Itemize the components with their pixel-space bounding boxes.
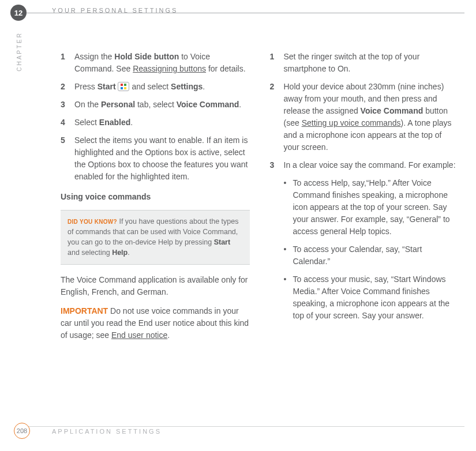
bold-text: Help bbox=[112, 249, 128, 257]
step-3: 3 In a clear voice say the command. For … bbox=[270, 159, 459, 171]
footer-rule bbox=[18, 426, 464, 427]
text: . bbox=[167, 330, 170, 340]
bullet-dot: • bbox=[284, 273, 293, 322]
step-1: 1 Set the ringer switch at the top of yo… bbox=[270, 51, 459, 75]
bullet-text: To access your music, say, “Start Window… bbox=[293, 273, 459, 322]
step-number: 3 bbox=[270, 159, 284, 171]
link-text: End user notice bbox=[111, 330, 167, 340]
left-column: 1 Assign the Hold Side button to Voice C… bbox=[61, 51, 250, 348]
text: . bbox=[203, 82, 205, 91]
bullet-2: • To access your Calendar, say, “Start C… bbox=[270, 243, 459, 268]
text: . bbox=[128, 249, 129, 257]
bullet-dot: • bbox=[284, 177, 293, 238]
chapter-label: CHAPTER bbox=[16, 32, 23, 72]
right-column: 1 Set the ringer switch at the top of yo… bbox=[270, 51, 459, 348]
footer-title: APPLICATION SETTINGS bbox=[52, 428, 162, 435]
step-5: 5 Select the items you want to enable. I… bbox=[61, 134, 250, 183]
step-text: Select the items you want to enable. If … bbox=[74, 134, 250, 183]
bold-text: Personal bbox=[101, 100, 135, 109]
svg-rect-0 bbox=[121, 84, 123, 86]
svg-rect-2 bbox=[121, 87, 123, 89]
bullet-dot: • bbox=[284, 243, 293, 268]
step-number: 3 bbox=[61, 99, 74, 111]
text: Select bbox=[74, 118, 99, 127]
step-number: 4 bbox=[61, 116, 74, 129]
step-text: Assign the Hold Side button to Voice Com… bbox=[74, 51, 250, 75]
step-2: 2 Hold your device about 230mm (nine inc… bbox=[270, 81, 459, 153]
bold-text: Settings bbox=[171, 82, 203, 91]
step-number: 2 bbox=[270, 81, 284, 153]
windows-start-icon bbox=[118, 82, 129, 91]
text: . bbox=[239, 100, 241, 109]
link-text: Reassigning buttons bbox=[133, 64, 206, 73]
header-rule bbox=[18, 13, 464, 13]
bold-text: Voice Command bbox=[177, 100, 239, 109]
step-2: 2 Press Start and select Settings. bbox=[61, 81, 250, 93]
subheading: Using voice commands bbox=[61, 191, 250, 203]
bullet-text: To access your Calendar, say, “Start Cal… bbox=[293, 243, 459, 268]
step-text: Set the ringer switch at the top of your… bbox=[284, 51, 459, 75]
bold-text: Voice Command bbox=[361, 106, 423, 115]
bold-text: Enabled bbox=[99, 118, 130, 127]
step-text: On the Personal tab, select Voice Comman… bbox=[74, 99, 250, 111]
bullet-3: • To access your music, say, “Start Wind… bbox=[270, 273, 459, 322]
svg-rect-1 bbox=[124, 84, 126, 86]
step-text: Hold your device about 230mm (nine inche… bbox=[284, 81, 459, 153]
bold-text: Start bbox=[98, 82, 116, 91]
step-number: 1 bbox=[270, 51, 284, 75]
important-paragraph: IMPORTANT Do not use voice commands in y… bbox=[61, 305, 250, 341]
step-3: 3 On the Personal tab, select Voice Comm… bbox=[61, 99, 250, 111]
step-text: Select Enabled. bbox=[74, 116, 250, 129]
tip-lead: DID YOU KNOW? bbox=[68, 219, 117, 225]
step-1: 1 Assign the Hold Side button to Voice C… bbox=[61, 51, 250, 75]
paragraph: The Voice Command application is availab… bbox=[61, 274, 250, 298]
step-text: In a clear voice say the command. For ex… bbox=[284, 159, 459, 171]
chapter-number-badge: 12 bbox=[10, 5, 27, 21]
text: and selecting bbox=[68, 249, 112, 257]
step-4: 4 Select Enabled. bbox=[61, 116, 250, 129]
text: Assign the bbox=[74, 52, 114, 61]
text: and select bbox=[132, 82, 171, 91]
important-lead: IMPORTANT bbox=[61, 306, 108, 315]
link-text: Setting up voice commands bbox=[302, 118, 401, 127]
did-you-know-box: DID YOU KNOW? If you have questions abou… bbox=[61, 210, 250, 265]
step-number: 5 bbox=[61, 134, 74, 183]
text: On the bbox=[74, 100, 101, 109]
step-text: Press Start and select Settings. bbox=[74, 81, 250, 93]
bullet-text: To access Help, say,“Help.” After Voice … bbox=[293, 177, 459, 238]
svg-rect-3 bbox=[124, 87, 126, 89]
text: Press bbox=[74, 82, 98, 91]
text: . bbox=[130, 118, 133, 127]
bullet-1: • To access Help, say,“Help.” After Voic… bbox=[270, 177, 459, 238]
page-number-badge: 208 bbox=[14, 423, 30, 439]
text: for details. bbox=[206, 64, 245, 73]
step-number: 1 bbox=[61, 51, 74, 75]
bold-text: Hold Side button bbox=[114, 52, 179, 61]
text: tab, select bbox=[135, 100, 177, 109]
step-number: 2 bbox=[61, 81, 74, 93]
bold-text: Start bbox=[214, 238, 230, 246]
